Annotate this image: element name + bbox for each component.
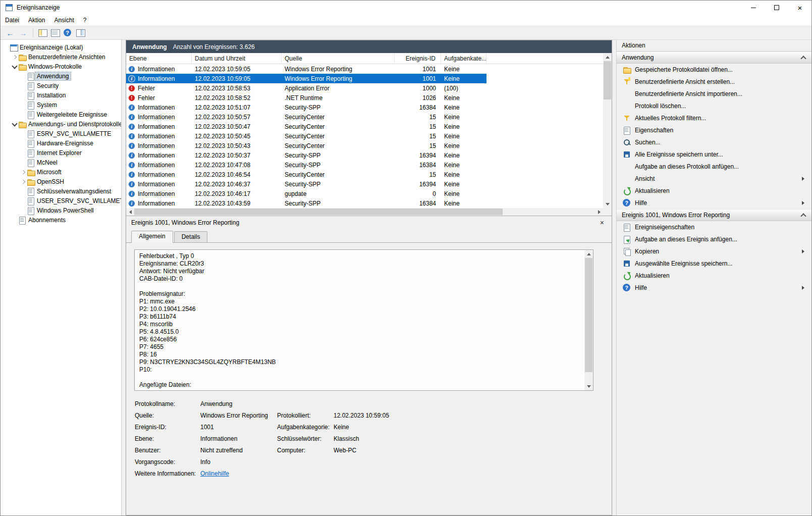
chevron-right-icon[interactable] bbox=[11, 54, 18, 61]
log-icon bbox=[27, 187, 35, 195]
properties-icon[interactable] bbox=[50, 28, 61, 37]
tree-item-openssh[interactable]: OpenSSH bbox=[1, 177, 121, 186]
column-header-ereignis-id[interactable]: Ereignis-ID bbox=[395, 53, 441, 64]
action-aktualisieren[interactable]: Aktualisieren bbox=[617, 185, 811, 197]
action-aktualisieren[interactable]: Aktualisieren bbox=[617, 270, 811, 282]
tree-item-ereignisanzeige-lokal[interactable]: Ereignisanzeige (Lokal) bbox=[1, 42, 121, 52]
menu-item[interactable]: ? bbox=[79, 15, 91, 25]
menu-datei[interactable]: Datei bbox=[1, 15, 24, 25]
event-row[interactable]: iInformationen12.02.2023 10:47:08Securit… bbox=[126, 160, 486, 170]
tree-item-weitergeleitete-ereignisse[interactable]: Weitergeleitete Ereignisse bbox=[1, 110, 121, 119]
event-row[interactable]: iInformationen12.02.2023 10:46:54Securit… bbox=[126, 170, 486, 179]
action-ereigniseigenschaften[interactable]: Ereigniseigenschaften bbox=[617, 221, 811, 233]
action-hilfe[interactable]: Hilfe bbox=[617, 282, 811, 294]
minimize-button[interactable] bbox=[742, 1, 765, 15]
tree-item-anwendungs-und-dienstprotokolle[interactable]: Anwendungs- und Dienstprotokolle bbox=[1, 119, 121, 129]
scroll-down-button[interactable] bbox=[603, 200, 612, 208]
event-row[interactable]: iInformationen12.02.2023 10:50:47Securit… bbox=[126, 122, 486, 131]
vertical-scroll-track[interactable] bbox=[584, 258, 593, 382]
vertical-scroll-thumb[interactable] bbox=[604, 61, 611, 99]
column-header-ebene[interactable]: Ebene bbox=[126, 53, 192, 64]
maximize-button[interactable] bbox=[765, 1, 788, 15]
action-aufgabe-an-dieses-protokoll-anf-gen[interactable]: Aufgabe an dieses Protokoll anfügen... bbox=[617, 161, 811, 173]
horizontal-scroll-track[interactable] bbox=[134, 208, 595, 216]
chevron-right-icon[interactable] bbox=[20, 178, 27, 185]
event-row[interactable]: iInformationen12.02.2023 10:50:43Securit… bbox=[126, 141, 486, 150]
chevron-right-icon[interactable] bbox=[20, 169, 27, 176]
tree-item-hardware-ereignisse[interactable]: Hardware-Ereignisse bbox=[1, 138, 121, 148]
action-suchen[interactable]: Suchen... bbox=[617, 136, 811, 148]
event-message[interactable]: Fehlerbucket , Typ 0 Ereignisname: CLR20… bbox=[135, 250, 593, 390]
forward-icon[interactable]: → bbox=[18, 29, 29, 37]
event-row[interactable]: iInformationen12.02.2023 10:51:07Securit… bbox=[126, 102, 486, 112]
tree-item-mcneel[interactable]: McNeel bbox=[1, 158, 121, 167]
action-alle-ereignisse-speichern-unter[interactable]: Alle Ereignisse speichern unter... bbox=[617, 148, 811, 161]
close-preview-icon[interactable]: × bbox=[598, 219, 607, 227]
event-row[interactable]: iInformationen12.02.2023 10:59:05Windows… bbox=[126, 64, 486, 74]
close-button[interactable]: × bbox=[788, 1, 811, 15]
action-group-header-anwendung[interactable]: Anwendung bbox=[617, 51, 811, 64]
menu-aktion[interactable]: Aktion bbox=[24, 15, 49, 25]
online-help-link[interactable]: Onlinehilfe bbox=[200, 470, 229, 477]
action-benutzerdefinierte-ansicht-erstellen[interactable]: Benutzerdefinierte Ansicht erstellen... bbox=[617, 76, 811, 88]
tree-item-anwendung[interactable]: Anwendung bbox=[1, 71, 121, 81]
tree-item-schl-sselverwaltungsdienst[interactable]: Schlüsselverwaltungsdienst bbox=[1, 186, 121, 196]
menu-ansicht[interactable]: Ansicht bbox=[49, 15, 78, 25]
tree-item-system[interactable]: System bbox=[1, 100, 121, 110]
chevron-down-icon[interactable] bbox=[11, 63, 18, 70]
event-row[interactable]: iInformationen12.02.2023 10:46:17gupdate… bbox=[126, 189, 486, 198]
events-vertical-scrollbar[interactable] bbox=[603, 53, 612, 216]
chevron-down-icon[interactable] bbox=[11, 121, 18, 128]
event-row[interactable]: iInformationen12.02.2023 10:46:37Securit… bbox=[126, 179, 486, 189]
event-row[interactable]: iInformationen12.02.2023 10:43:59Securit… bbox=[126, 198, 486, 208]
event-row[interactable]: iInformationen12.02.2023 10:50:37Securit… bbox=[126, 150, 486, 160]
tree-item-windows-protokolle[interactable]: Windows-Protokolle bbox=[1, 62, 121, 71]
scroll-up-button[interactable] bbox=[603, 53, 612, 61]
event-row[interactable]: !Fehler12.02.2023 10:58:52.NET Runtime10… bbox=[126, 93, 486, 102]
action-kopieren[interactable]: Kopieren bbox=[617, 245, 811, 257]
tree-item-benutzerdefinierte-ansichten[interactable]: Benutzerdefinierte Ansichten bbox=[1, 52, 121, 62]
scroll-left-button[interactable] bbox=[126, 208, 134, 216]
vertical-scroll-track[interactable] bbox=[603, 61, 612, 200]
back-icon[interactable]: ← bbox=[5, 29, 16, 37]
event-row[interactable]: iInformationen12.02.2023 10:50:57Securit… bbox=[126, 112, 486, 122]
events-horizontal-scrollbar[interactable] bbox=[126, 208, 603, 216]
message-scrollbar[interactable] bbox=[584, 250, 593, 390]
action-aktuelles-protokoll-filtern[interactable]: Aktuelles Protokoll filtern... bbox=[617, 112, 811, 124]
action-group-header-ereignis-1001-windows-error-reporting[interactable]: Ereignis 1001, Windows Error Reporting bbox=[617, 209, 811, 221]
action-gespeicherte-protokolldatei-ffnen[interactable]: Gespeicherte Protokolldatei öffnen... bbox=[617, 64, 811, 76]
column-header-quelle[interactable]: Quelle bbox=[282, 53, 395, 64]
action-hilfe[interactable]: Hilfe bbox=[617, 197, 811, 209]
vertical-scroll-thumb[interactable] bbox=[585, 258, 592, 372]
tab-details[interactable]: Details bbox=[174, 231, 208, 242]
column-header-aufgabenkate[interactable]: Aufgabenkate... bbox=[441, 53, 486, 64]
action-protokoll-l-schen[interactable]: Protokoll löschen... bbox=[617, 100, 811, 112]
action-benutzerdefinierte-ansicht-importieren[interactable]: Benutzerdefinierte Ansicht importieren..… bbox=[617, 88, 811, 100]
action-pane-icon[interactable] bbox=[75, 28, 86, 37]
action-ausgew-hlte-ereignisse-speichern[interactable]: Ausgewählte Ereignisse speichern... bbox=[617, 257, 811, 270]
event-row[interactable]: !Fehler12.02.2023 10:58:53Application Er… bbox=[126, 83, 486, 93]
tree-item-esrv-svc-willamette[interactable]: ESRV_SVC_WILLAMETTE bbox=[1, 129, 121, 138]
column-header-datum-und-uhrzeit[interactable]: Datum und Uhrzeit bbox=[192, 53, 282, 64]
action-aufgabe-an-dieses-ereignis-anf-gen[interactable]: Aufgabe an dieses Ereignis anfügen... bbox=[617, 233, 811, 245]
tree-item-installation[interactable]: Installation bbox=[1, 90, 121, 100]
tree-item-microsoft[interactable]: Microsoft bbox=[1, 167, 121, 177]
help-icon[interactable] bbox=[63, 28, 73, 37]
tree-item-windows-powershell[interactable]: Windows PowerShell bbox=[1, 205, 121, 215]
console-tree-icon[interactable] bbox=[37, 28, 48, 37]
scroll-right-button[interactable] bbox=[595, 208, 603, 216]
scroll-down-button[interactable] bbox=[584, 382, 593, 390]
tab-allgemein[interactable]: Allgemein bbox=[131, 231, 173, 243]
action-ansicht[interactable]: Ansicht bbox=[617, 173, 811, 185]
event-row[interactable]: iInformationen12.02.2023 10:50:45Securit… bbox=[126, 131, 486, 141]
collapse-chevron-icon[interactable] bbox=[800, 55, 806, 61]
scroll-up-button[interactable] bbox=[584, 250, 593, 258]
event-row[interactable]: iInformationen12.02.2023 10:59:05Windows… bbox=[126, 74, 486, 83]
tree-item-user-esrv-svc-willamette[interactable]: USER_ESRV_SVC_WILLAMETTE bbox=[1, 196, 121, 205]
tree-item-abonnements[interactable]: Abonnements bbox=[1, 215, 121, 225]
tree-item-internet-explorer[interactable]: Internet Explorer bbox=[1, 148, 121, 158]
horizontal-scroll-thumb[interactable] bbox=[134, 209, 503, 215]
action-eigenschaften[interactable]: Eigenschaften bbox=[617, 124, 811, 136]
collapse-chevron-icon[interactable] bbox=[800, 212, 806, 218]
tree-item-security[interactable]: Security bbox=[1, 81, 121, 90]
